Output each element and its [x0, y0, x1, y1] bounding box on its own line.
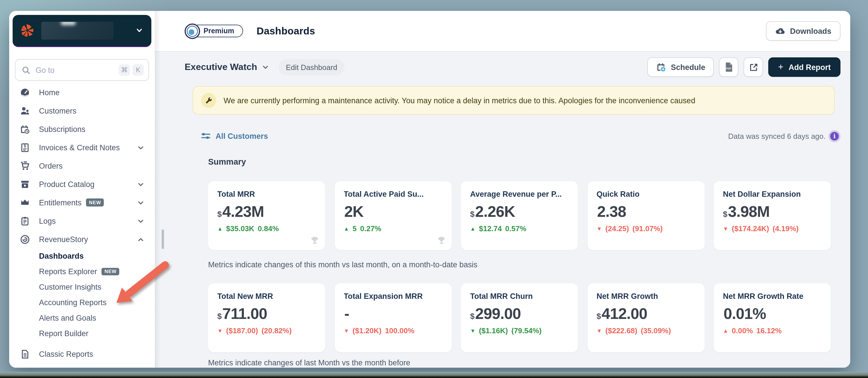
scrollbar-thumb[interactable]	[162, 229, 164, 249]
all-customers-filter[interactable]: All Customers	[201, 132, 268, 140]
trend-arrow-icon: ▲	[470, 226, 475, 232]
chevron-down-icon[interactable]	[261, 63, 269, 71]
edit-dashboard-button[interactable]: Edit Dashboard	[278, 59, 345, 75]
delta-amount: ($187.00)	[226, 327, 258, 335]
export-pdf-button[interactable]: PDF	[719, 57, 738, 77]
sidebar-item-label: Classic Reports	[39, 350, 93, 358]
sidebar-item-subscriptions[interactable]: Subscriptions	[9, 120, 155, 138]
svg-text:PDF: PDF	[726, 67, 732, 70]
trend-arrow-icon: ▲	[217, 226, 223, 232]
delta-percent: 100.00%	[385, 327, 414, 335]
sidebar-subitem-accounting-reports[interactable]: Accounting Reports	[9, 295, 155, 310]
sidebar-item-customers[interactable]: Customers	[9, 101, 155, 120]
screen-bottom-edge	[0, 372, 868, 378]
sidebar-item-orders[interactable]: Orders	[9, 156, 155, 175]
delta-amount: ($222.68)	[606, 327, 637, 335]
metric-value: 299.00	[475, 306, 521, 322]
calendar-clock-icon	[20, 124, 30, 134]
metric-card-net-mrr-growth-rate[interactable]: Net MRR Growth Rate 0.01% ▲0.00%16.12%	[714, 283, 831, 352]
metric-title: Total Expansion MRR	[344, 292, 442, 300]
downloads-button[interactable]: Downloads	[766, 21, 840, 41]
invoice-icon: $	[20, 143, 30, 152]
sidebar-item-logs[interactable]: Logs	[9, 212, 155, 230]
metric-value: 2.38	[597, 204, 626, 220]
sidebar-item-invoices[interactable]: $ Invoices & Credit Notes	[9, 138, 155, 156]
sidebar-item-entitlements[interactable]: Entitlements NEW	[9, 193, 155, 212]
sidebar-item-label: Home	[39, 88, 60, 97]
all-customers-label: All Customers	[216, 132, 268, 140]
metric-card-net-dollar-expansion[interactable]: Net Dollar Expansion $3.98M ▼($174.24K)(…	[714, 181, 831, 250]
currency-symbol: $	[470, 209, 475, 219]
currency-symbol: $	[596, 312, 601, 321]
chevron-up-icon	[137, 235, 145, 243]
delta-percent: 0.84%	[258, 225, 279, 233]
schedule-label: Schedule	[671, 63, 705, 71]
metric-card-quick-ratio[interactable]: Quick Ratio 2.38 ▼(24.25)(91.07%)	[587, 181, 704, 250]
delta-percent: (79.54%)	[512, 327, 542, 335]
add-report-button[interactable]: + Add Report	[768, 57, 840, 77]
sidebar-item-classic-reports[interactable]: Classic Reports	[9, 346, 155, 362]
plus-icon: +	[778, 62, 783, 72]
metric-value: 4.23M	[222, 204, 264, 220]
metric-card-avg-revenue[interactable]: Average Revenue per P... $2.26K ▲$12.740…	[461, 181, 578, 250]
metric-card-net-mrr-growth[interactable]: Net MRR Growth $412.00 ▼($222.68)(35.09%…	[587, 283, 704, 352]
metric-card-total-mrr[interactable]: Total MRR $4.23M ▲$35.03K0.84%	[208, 181, 325, 250]
add-report-label: Add Report	[788, 63, 831, 71]
revenuestory-disc-icon	[20, 234, 30, 244]
metric-title: Quick Ratio	[596, 190, 695, 199]
chevron-down-icon	[137, 217, 145, 225]
delta-percent: 0.27%	[360, 225, 381, 233]
chevron-down-icon	[137, 180, 145, 188]
clipboard-icon	[20, 216, 30, 226]
sidebar-subitem-reports-explorer[interactable]: Reports Explorer NEW	[9, 264, 155, 279]
app-window: Go to ⌘ K Home	[9, 11, 850, 368]
share-button[interactable]	[744, 57, 763, 77]
sidebar-subitem-label: Reports Explorer	[39, 267, 97, 276]
metric-title: Net MRR Growth Rate	[723, 292, 822, 300]
trend-arrow-icon: ▼	[596, 226, 602, 232]
trend-arrow-icon: ▼	[470, 328, 475, 334]
sidebar-subitem-customer-insights[interactable]: Customer Insights	[9, 279, 155, 295]
currency-symbol: $	[217, 209, 222, 219]
sidebar-subitem-alerts-and-goals[interactable]: Alerts and Goals	[9, 310, 155, 326]
sidebar-item-product-catalog[interactable]: Product Catalog	[9, 175, 155, 193]
sidebar-item-label: Subscriptions	[39, 125, 86, 133]
sidebar-item-label: RevenueStory	[39, 235, 88, 243]
info-icon[interactable]: i	[830, 132, 839, 140]
premium-badge: Premium	[185, 23, 243, 39]
brand-logo-icon	[21, 24, 34, 37]
schedule-button[interactable]: Schedule	[647, 57, 714, 77]
trend-arrow-icon: ▼	[344, 328, 349, 334]
premium-label: Premium	[195, 25, 243, 37]
sidebar-item-home[interactable]: Home	[9, 83, 155, 101]
sidebar-subitem-label: Customer Insights	[39, 283, 101, 291]
delta-amount: ($1.16K)	[479, 327, 508, 335]
sidebar-item-label: Entitlements	[39, 198, 82, 207]
goal-trophy-icon[interactable]	[437, 236, 445, 245]
metric-card-total-new-mrr[interactable]: Total New MRR $711.00 ▼($187.00)(20.82%)	[208, 283, 325, 352]
maintenance-banner: We are currently performing a maintenanc…	[193, 86, 835, 115]
metric-card-total-expansion-mrr[interactable]: Total Expansion MRR - ▼($1.20K)100.00%	[335, 283, 452, 352]
sidebar-subitem-dashboards[interactable]: Dashboards	[9, 249, 155, 264]
sidebar-subitem-report-builder[interactable]: Report Builder	[9, 326, 155, 341]
delta-percent: (4.19%)	[773, 225, 799, 233]
sidebar-item-revenuestory[interactable]: RevenueStory	[9, 230, 155, 249]
new-badge: NEW	[86, 199, 104, 206]
metric-card-total-active-paid-subs[interactable]: Total Active Paid Su... 2K ▲50.27%	[335, 181, 452, 250]
cart-icon	[20, 161, 30, 171]
metric-value: 412.00	[602, 306, 647, 322]
page-title: Dashboards	[256, 25, 315, 37]
sidebar-subitem-label: Dashboards	[39, 252, 84, 260]
sidebar: Go to ⌘ K Home	[9, 11, 155, 368]
metric-card-total-mrr-churn[interactable]: Total MRR Churn $299.00 ▼($1.16K)(79.54%…	[461, 283, 578, 352]
filter-row: All Customers Data was synced 6 days ago…	[201, 129, 839, 142]
metric-title: Net Dollar Expansion	[723, 190, 822, 199]
sync-status-text: Data was synced 6 days ago.	[728, 132, 826, 140]
account-switcher[interactable]	[12, 15, 151, 47]
goal-trophy-icon[interactable]	[311, 236, 319, 245]
dashboard-selector[interactable]: Executive Watch	[185, 62, 257, 72]
trend-arrow-icon: ▼	[217, 328, 223, 334]
search-input[interactable]: Go to ⌘ K	[15, 59, 149, 81]
sidebar-subitem-label: Accounting Reports	[39, 298, 106, 307]
screenshot-viewport: Go to ⌘ K Home	[0, 0, 868, 378]
